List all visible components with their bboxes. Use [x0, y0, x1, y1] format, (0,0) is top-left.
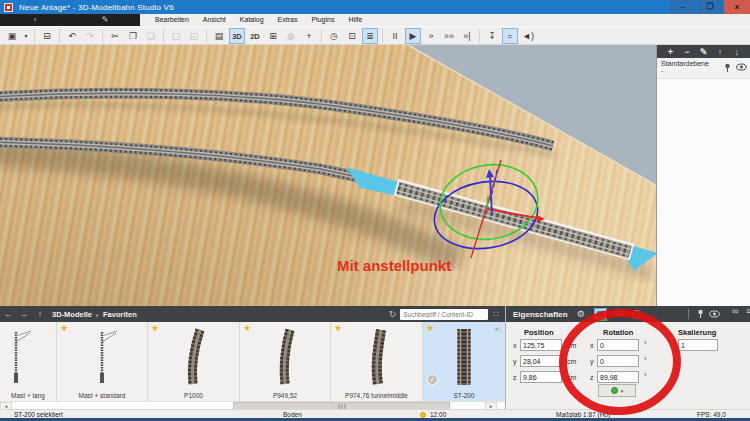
- menu-ansicht[interactable]: Ansicht: [196, 14, 233, 26]
- light-button[interactable]: ◍: [283, 28, 299, 44]
- scene-render: [0, 45, 656, 306]
- save-dropdown[interactable]: ▾: [22, 28, 30, 44]
- daytime-button[interactable]: ◷: [326, 28, 342, 44]
- curved-track-preview: [255, 328, 315, 386]
- favorite-star-icon[interactable]: ★: [334, 323, 342, 333]
- rotation-y-input[interactable]: [597, 355, 639, 367]
- eye-icon[interactable]: [736, 63, 747, 71]
- copy-button[interactable]: ❐: [125, 28, 141, 44]
- edit-mode-button[interactable]: ✎: [70, 14, 140, 26]
- layer-row-standardebene[interactable]: Standardebene -: [657, 58, 750, 79]
- catalog-tile-st200-selected[interactable]: ★ ◄) ✓ ST-200: [423, 322, 505, 401]
- catalog-forward-button[interactable]: →: [16, 309, 32, 319]
- edit-layer-button[interactable]: ✎: [695, 46, 712, 58]
- tile-label: P1000: [148, 392, 240, 399]
- align-button[interactable]: =: [502, 28, 518, 44]
- search-input[interactable]: [400, 309, 488, 320]
- save-button[interactable]: ▣: [4, 28, 20, 44]
- toolbar-separator: [479, 29, 480, 43]
- rotation-z-input[interactable]: [597, 371, 639, 383]
- viewport-3d[interactable]: Mit anstellpunkt: [0, 45, 656, 306]
- rotation-y-unit: °: [644, 357, 647, 364]
- forward-button[interactable]: »: [423, 28, 439, 44]
- catalog-tile-p949[interactable]: ★ P949,52: [240, 322, 331, 401]
- maximize-button[interactable]: ❐: [697, 0, 723, 14]
- rotation-z-unit: °: [644, 373, 647, 380]
- catalog-back-button[interactable]: ←: [0, 309, 16, 319]
- layer-down-button[interactable]: ↓: [728, 46, 745, 58]
- skip-end-button[interactable]: »|: [459, 28, 475, 44]
- favorite-star-icon[interactable]: ★: [243, 323, 251, 333]
- toolbar: ▣▾⊟↶↷✂❐❏▢◱▤3D2D⊞◍+◷⊡≣II▶»»»»|↧=◄): [0, 26, 750, 45]
- cut-button[interactable]: ✂: [107, 28, 123, 44]
- position-x-input[interactable]: [520, 339, 562, 351]
- info-icon[interactable]: i: [632, 310, 641, 319]
- catalog-scrollbar[interactable]: ◂ ▸: [0, 401, 505, 409]
- play-button[interactable]: ▶: [405, 28, 421, 44]
- add-layer-button[interactable]: +: [662, 46, 679, 58]
- redo-button[interactable]: ↷: [82, 28, 98, 44]
- object-list-button[interactable]: ≣: [362, 28, 378, 44]
- breadcrumb-root[interactable]: 3D-Modelle: [52, 310, 92, 319]
- status-bar: ST-200 selektiert Boden 12:00 Maßstab 1:…: [0, 409, 750, 418]
- breadcrumb-current[interactable]: Favoriten: [103, 310, 137, 319]
- pin-icon[interactable]: [723, 63, 732, 73]
- tile-sound-icon[interactable]: ◄): [493, 326, 501, 332]
- chevron-down-icon: ▾: [621, 388, 624, 394]
- position-y-input[interactable]: [520, 355, 562, 367]
- sound-button[interactable]: ◄): [520, 28, 536, 44]
- menu-hilfe[interactable]: Hilfe: [341, 14, 369, 26]
- menu-extras[interactable]: Extras: [271, 14, 305, 26]
- catalog-list-button[interactable]: ▤: [211, 28, 227, 44]
- eye-icon[interactable]: [709, 309, 720, 319]
- catalog-tile-mast-standard[interactable]: ★ Mast + standard: [57, 322, 148, 401]
- catalog-tile-mast-lang[interactable]: Mast + lang: [0, 322, 57, 401]
- track-shadow: [0, 153, 460, 260]
- gear-icon[interactable]: ⚙: [577, 309, 585, 319]
- close-button[interactable]: x: [724, 0, 750, 14]
- select-rect-button[interactable]: ▢: [168, 28, 184, 44]
- link-icon[interactable]: ∞: [732, 306, 738, 316]
- toolbar-separator: [206, 29, 207, 43]
- viewport-annotation-text: Mit anstellpunkt: [337, 257, 451, 274]
- remove-layer-button[interactable]: −: [679, 46, 696, 58]
- view-3d-button[interactable]: 3D: [229, 28, 245, 44]
- pin-icon[interactable]: [696, 309, 705, 319]
- back-button[interactable]: ‹: [0, 14, 70, 26]
- green-status-icon: [611, 387, 618, 394]
- scale-input[interactable]: [678, 339, 718, 351]
- add-button[interactable]: +: [301, 28, 317, 44]
- undo-button[interactable]: ↶: [64, 28, 80, 44]
- view-2d-button[interactable]: 2D: [247, 28, 263, 44]
- selection-tool-icon[interactable]: ▦: [594, 308, 607, 321]
- app-icon: [4, 3, 13, 12]
- position-z-input[interactable]: [520, 371, 562, 383]
- brush-icon[interactable]: ✒: [616, 309, 624, 319]
- status-time[interactable]: 12:00: [430, 411, 446, 418]
- rotation-x-input[interactable]: [597, 339, 639, 351]
- layer-up-button[interactable]: ↑: [712, 46, 729, 58]
- favorite-star-icon[interactable]: ★: [426, 323, 434, 333]
- favorite-star-icon[interactable]: ★: [60, 323, 68, 333]
- pause-button[interactable]: II: [387, 28, 403, 44]
- catalog-tile-p974-tunnel[interactable]: ★ P974,76 tunnelmiddle: [331, 322, 423, 401]
- menu-bearbeiten[interactable]: Bearbeiten: [148, 14, 196, 26]
- grid-button[interactable]: ⊞: [265, 28, 281, 44]
- grid-view-icon[interactable]: ∷: [493, 309, 499, 319]
- menu-plugins[interactable]: Plugins: [304, 14, 341, 26]
- favorite-star-icon[interactable]: ★: [151, 323, 159, 333]
- print-button[interactable]: ⊟: [39, 28, 55, 44]
- event-manager-button[interactable]: ⊡: [344, 28, 360, 44]
- ground-button[interactable]: ↧: [484, 28, 500, 44]
- catalog-tile-p1000[interactable]: ★ P1000: [148, 322, 240, 401]
- hamburger-menu-icon[interactable]: ≡: [746, 306, 750, 316]
- paste-button[interactable]: ❏: [143, 28, 159, 44]
- tile-label: P949,52: [240, 392, 331, 399]
- rotation-mode-button[interactable]: ▾: [598, 384, 636, 397]
- select-area-button[interactable]: ◱: [186, 28, 202, 44]
- catalog-up-button[interactable]: ↑: [32, 309, 48, 319]
- fast-forward-button[interactable]: »»: [441, 28, 457, 44]
- refresh-icon[interactable]: ↻: [389, 309, 397, 319]
- menu-katalog[interactable]: Katalog: [233, 14, 271, 26]
- minimize-button[interactable]: –: [670, 0, 696, 14]
